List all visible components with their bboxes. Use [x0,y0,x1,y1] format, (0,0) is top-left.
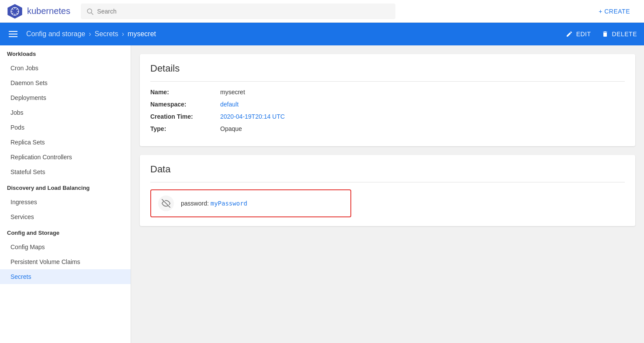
sidebar: Workloads Cron Jobs Daemon Sets Deployme… [0,45,131,343]
sidebar-workloads-header: Workloads [0,45,131,61]
delete-button[interactable]: DELETE [602,31,637,38]
edit-button[interactable]: EDIT [566,31,591,38]
app-name: kubernetes [27,6,70,16]
search-bar[interactable] [81,3,395,19]
breadcrumb-sep-2: › [122,30,124,38]
sidebar-item-replica-sets[interactable]: Replica Sets [0,135,131,150]
sidebar-item-deployments[interactable]: Deployments [0,90,131,105]
sidebar-item-config-maps[interactable]: Config Maps [0,240,131,254]
detail-type-value: Opaque [220,125,242,132]
detail-name-row: Name: mysecret [150,89,625,96]
detail-creation-row: Creation Time: 2020-04-19T20:14 UTC [150,113,625,120]
search-icon [86,7,93,15]
detail-creation-value[interactable]: 2020-04-19T20:14 UTC [220,113,285,120]
data-divider [150,182,625,182]
app-logo[interactable]: kubernetes [7,3,70,19]
breadcrumb-bar: Config and storage › Secrets › mysecret … [0,23,644,45]
sidebar-item-replication-controllers[interactable]: Replication Controllers [0,150,131,165]
sidebar-item-jobs[interactable]: Jobs [0,105,131,120]
detail-creation-label: Creation Time: [150,113,220,120]
sidebar-item-pods[interactable]: Pods [0,120,131,135]
detail-namespace-value[interactable]: default [220,101,239,108]
sidebar-item-ingresses[interactable]: Ingresses [0,195,131,209]
search-input[interactable] [97,8,390,15]
detail-namespace-row: Namespace: default [150,101,625,108]
sidebar-item-daemon-sets[interactable]: Daemon Sets [0,75,131,90]
edit-label: EDIT [576,31,591,38]
detail-type-row: Type: Opaque [150,125,625,132]
create-button[interactable]: + CREATE [592,4,637,18]
breadcrumb-actions: EDIT DELETE [566,31,637,38]
data-title: Data [150,164,625,175]
detail-name-label: Name: [150,89,220,96]
main-layout: Workloads Cron Jobs Daemon Sets Deployme… [0,45,644,343]
data-card: Data password: myPassword [140,155,635,226]
detail-type-label: Type: [150,125,220,132]
breadcrumb-current: mysecret [128,30,156,38]
top-nav-right: + CREATE [592,4,637,18]
sidebar-item-persistent-volume-claims[interactable]: Persistent Volume Claims [0,254,131,269]
top-navigation: kubernetes + CREATE [0,0,644,23]
sidebar-item-cron-jobs[interactable]: Cron Jobs [0,61,131,75]
data-entry: password: myPassword [150,189,351,217]
sidebar-config-header: Config and Storage [0,224,131,240]
hamburger-menu-button[interactable] [7,29,19,39]
svg-marker-0 [8,4,22,18]
breadcrumb-parent[interactable]: Secrets [95,30,118,38]
sidebar-discovery-header: Discovery and Load Balancing [0,179,131,195]
eye-off-icon [162,199,170,208]
edit-icon [566,31,573,38]
detail-namespace-label: Namespace: [150,101,220,108]
delete-label: DELETE [612,31,637,38]
kubernetes-logo-icon [7,3,23,19]
detail-name-value: mysecret [220,89,245,96]
sidebar-item-services[interactable]: Services [0,209,131,224]
sidebar-item-stateful-sets[interactable]: Stateful Sets [0,165,131,179]
breadcrumb-section[interactable]: Config and storage [26,30,85,38]
sidebar-item-secrets[interactable]: Secrets [0,269,131,284]
details-divider [150,81,625,82]
data-value: myPassword [211,200,247,207]
breadcrumb-sep-1: › [89,30,91,38]
details-card: Details Name: mysecret Namespace: defaul… [140,54,635,146]
delete-icon [602,31,609,38]
data-key: password: [181,200,209,207]
main-content: Details Name: mysecret Namespace: defaul… [131,45,644,343]
data-entry-text: password: myPassword [181,200,247,207]
svg-line-11 [91,13,93,14]
toggle-visibility-button[interactable] [158,196,174,211]
details-title: Details [150,63,625,74]
